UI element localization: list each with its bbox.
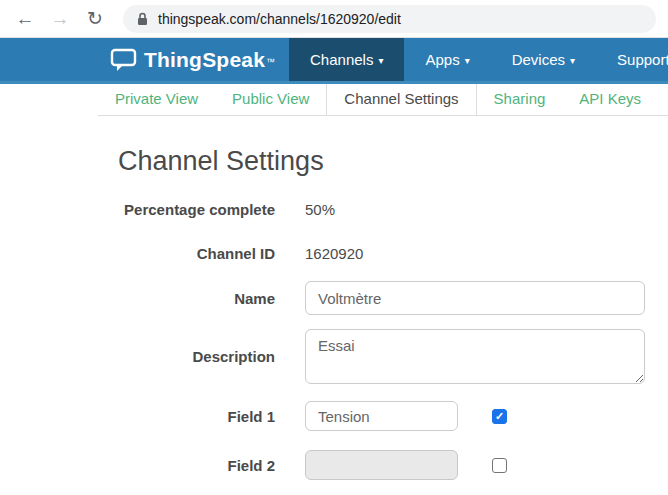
lock-icon bbox=[137, 12, 148, 26]
description-row: Description Essai bbox=[0, 329, 668, 384]
url-text: thingspeak.com/channels/1620920/edit bbox=[158, 11, 401, 27]
nav-item-label: Channels bbox=[310, 51, 373, 68]
field2-row: Field 2 bbox=[0, 450, 668, 480]
tab-sharing[interactable]: Sharing bbox=[477, 84, 563, 115]
tab-private-view[interactable]: Private View bbox=[98, 84, 215, 115]
channel-id-row: Channel ID 1620920 bbox=[0, 245, 668, 262]
nav-item-label: Apps bbox=[425, 51, 459, 68]
tab-api-keys[interactable]: API Keys bbox=[562, 84, 658, 115]
checkmark-icon: ✓ bbox=[495, 411, 504, 422]
brand-name: ThingSpeak bbox=[144, 48, 265, 72]
channel-settings-form: Percentage complete 50% Channel ID 16209… bbox=[0, 201, 668, 480]
channel-id-label: Channel ID bbox=[0, 245, 275, 262]
nav-item-devices[interactable]: Devices ▾ bbox=[491, 38, 596, 81]
address-bar[interactable]: thingspeak.com/channels/1620920/edit bbox=[123, 5, 656, 33]
percentage-complete-label: Percentage complete bbox=[0, 201, 275, 218]
thingspeak-logo[interactable]: ThingSpeak™ bbox=[110, 38, 275, 81]
nav-item-label: Devices bbox=[512, 51, 565, 68]
name-row: Name bbox=[0, 281, 668, 315]
tab-public-view[interactable]: Public View bbox=[215, 84, 326, 115]
description-label: Description bbox=[0, 348, 275, 365]
speech-bubble-icon bbox=[110, 47, 137, 73]
nav-item-apps[interactable]: Apps ▾ bbox=[404, 38, 490, 81]
nav-item-label: Support bbox=[617, 51, 668, 68]
channel-tabs: Private View Public View Channel Setting… bbox=[98, 84, 668, 116]
tab-channel-settings[interactable]: Channel Settings bbox=[326, 84, 476, 116]
field2-input bbox=[305, 450, 458, 480]
tab-data-import-export[interactable]: Data Import / Export bbox=[658, 84, 668, 115]
trademark-symbol: ™ bbox=[266, 57, 275, 67]
field1-label: Field 1 bbox=[0, 408, 275, 425]
chevron-down-icon: ▾ bbox=[378, 55, 383, 66]
browser-toolbar: ← → ↻ thingspeak.com/channels/1620920/ed… bbox=[0, 0, 668, 38]
chevron-down-icon: ▾ bbox=[570, 55, 575, 66]
name-label: Name bbox=[0, 290, 275, 307]
field1-input[interactable] bbox=[305, 401, 458, 431]
back-icon[interactable]: ← bbox=[12, 9, 38, 28]
forward-icon[interactable]: → bbox=[47, 9, 73, 28]
page-title: Channel Settings bbox=[118, 146, 668, 177]
nav-item-support[interactable]: Support ▾ bbox=[596, 38, 668, 81]
field2-enable-checkbox[interactable] bbox=[492, 458, 507, 473]
nav-item-channels[interactable]: Channels ▾ bbox=[289, 38, 404, 81]
field2-label: Field 2 bbox=[0, 457, 275, 474]
channel-id-value: 1620920 bbox=[305, 245, 363, 262]
chevron-down-icon: ▾ bbox=[465, 55, 470, 66]
field1-row: Field 1 ✓ bbox=[0, 401, 668, 431]
description-textarea[interactable]: Essai bbox=[305, 329, 645, 384]
percentage-complete-row: Percentage complete 50% bbox=[0, 201, 668, 218]
field1-enable-checkbox[interactable]: ✓ bbox=[492, 409, 507, 424]
thingspeak-navbar: ThingSpeak™ Channels ▾ Apps ▾ Devices ▾ … bbox=[0, 38, 668, 84]
name-input[interactable] bbox=[305, 281, 645, 315]
percentage-complete-value: 50% bbox=[305, 201, 335, 218]
refresh-icon[interactable]: ↻ bbox=[82, 9, 108, 28]
